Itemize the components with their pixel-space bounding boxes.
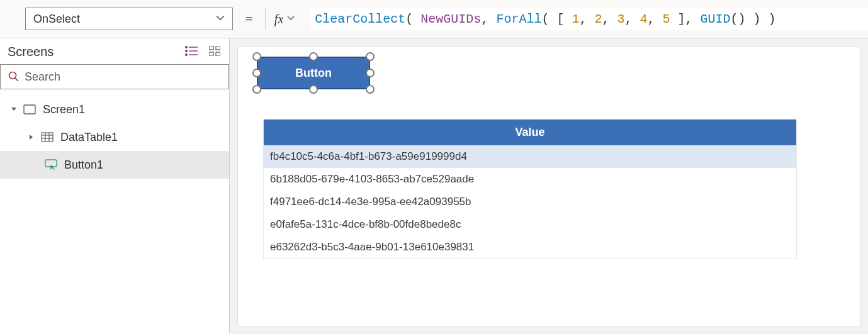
formula-token: , [579,12,594,26]
formula-token: ForAll [496,12,541,26]
resize-handle[interactable] [309,52,318,61]
expand-icon[interactable] [26,134,37,140]
svg-rect-8 [209,52,213,56]
tree-item-button[interactable]: Button1 [0,151,229,179]
chevron-down-icon [216,13,225,26]
formula-token: 4 [640,12,648,26]
formula-token: NewGUIDs [420,12,481,26]
search-placeholder: Search [25,70,60,84]
formula-input[interactable]: ClearCollect( NewGUIDs, ForAll( [ 1, 2, … [310,8,868,30]
property-selector[interactable]: OnSelect [25,8,233,30]
tree-item-datatable[interactable]: DataTable1 [0,123,229,151]
datatable-header[interactable]: Value [264,120,796,145]
table-row[interactable]: e0fafe5a-131c-4dce-bf8b-00fde8bede8c [264,213,796,236]
tree-item-label: Button1 [64,159,103,172]
svg-point-10 [9,72,16,79]
formula-token: ClearCollect [315,12,405,26]
list-view-icon[interactable] [185,45,198,59]
svg-rect-13 [42,133,53,142]
equals-label: = [239,8,259,30]
search-input[interactable]: Search [0,64,229,89]
canvas-datatable[interactable]: Value fb4c10c5-4c6a-4bf1-b673-a59e919999… [263,119,797,259]
formula-token: ( [405,12,420,26]
fx-button[interactable]: fx [265,8,303,30]
svg-rect-7 [216,46,220,50]
table-row[interactable]: 6b188d05-679e-4103-8653-ab7ce529aade [264,168,796,191]
svg-rect-6 [209,46,213,50]
design-canvas[interactable]: Button Value fb4c10c5-4c6a-4bf1-b673-a59… [230,38,868,334]
table-icon [40,132,54,142]
formula-token: 2 [594,12,602,26]
svg-rect-9 [216,52,220,56]
screen-tree: Screen1 DataTable1 Button1 [0,92,229,179]
tree-item-screen[interactable]: Screen1 [0,96,229,123]
resize-handle[interactable] [309,85,318,94]
fx-icon: fx [274,12,283,26]
table-row[interactable]: e63262d3-b5c3-4aae-9b01-13e610e39831 [264,236,796,259]
formula-token: , [624,12,640,26]
formula-token: ], [670,12,701,26]
collapse-icon[interactable] [9,106,19,113]
formula-token: ( [ [541,12,572,26]
svg-point-5 [186,54,188,56]
formula-bar: OnSelect = fx ClearCollect( NewGUIDs, Fo… [0,0,868,38]
tree-item-label: Screen1 [43,103,85,116]
svg-point-4 [186,50,188,52]
panel-title: Screens [8,45,54,59]
screen-stage[interactable]: Button Value fb4c10c5-4c6a-4bf1-b673-a59… [237,46,860,326]
property-selector-value: OnSelect [33,13,80,26]
resize-handle[interactable] [252,69,261,77]
tree-item-label: DataTable1 [60,131,118,144]
formula-token: , [648,12,663,26]
selected-control-button[interactable]: Button [257,57,370,89]
formula-token: , [481,12,496,26]
search-icon [8,71,20,82]
resize-handle[interactable] [366,69,375,77]
resize-handle[interactable] [366,85,375,94]
formula-token: GUID [701,12,731,26]
resize-handle[interactable] [252,85,261,94]
grid-view-icon[interactable] [209,45,220,59]
svg-rect-12 [24,105,35,114]
formula-token: , [602,12,617,26]
formula-token: 3 [617,12,624,26]
formula-token: () ) ) [731,12,776,26]
tree-view-panel: Screens Search Screen [0,38,230,334]
screen-icon [23,104,37,114]
canvas-button-label: Button [295,67,332,80]
resize-handle[interactable] [366,52,375,61]
resize-handle[interactable] [252,52,261,61]
svg-point-3 [186,47,188,48]
table-row[interactable]: fb4c10c5-4c6a-4bf1-b673-a59e919999d4 [264,145,796,168]
formula-token: 1 [572,12,579,26]
formula-token: 5 [663,12,670,26]
svg-line-11 [15,78,18,81]
chevron-down-icon [287,13,295,25]
table-row[interactable]: f4971ee6-dc14-4e3e-995a-ee42a093955b [264,191,796,213]
button-icon [44,159,58,170]
